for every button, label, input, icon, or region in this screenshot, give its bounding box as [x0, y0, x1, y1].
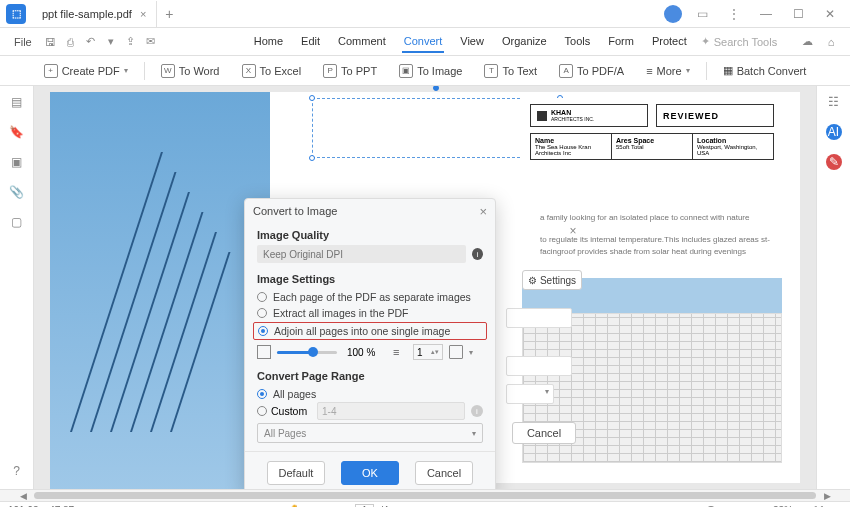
zoom-slider[interactable] [277, 351, 337, 354]
word-icon: W [161, 64, 175, 78]
app-icon: ⬚ [6, 4, 26, 24]
khan-logo: KHANARCHITECTS INC. [530, 104, 648, 127]
home-icon[interactable]: ⌂ [822, 33, 840, 51]
document-tab[interactable]: ppt file-sample.pdf × [32, 1, 157, 27]
quality-input[interactable] [257, 245, 466, 263]
pages-dropdown[interactable]: All Pages▾ [257, 423, 483, 443]
search-tools[interactable]: ✦ Search Tools [701, 35, 777, 48]
right-sidebar: ☷ AI ✎ [816, 86, 850, 489]
file-menu[interactable]: File [6, 36, 40, 48]
mail-icon[interactable]: ✉ [142, 33, 160, 51]
separator [144, 62, 145, 80]
to-image-button[interactable]: ▣To Image [393, 61, 468, 81]
peek-dropdown[interactable] [506, 384, 554, 404]
main-area: ▤ 🔖 ▣ 📎 ▢ ? [0, 86, 850, 489]
menu-comment[interactable]: Comment [336, 31, 388, 53]
resize-handle[interactable] [309, 155, 315, 161]
create-pdf-button[interactable]: +Create PDF▾ [38, 61, 134, 81]
to-pdfa-button[interactable]: ATo PDF/A [553, 61, 630, 81]
option-custom-range[interactable]: Custom 1-4 i [257, 402, 483, 420]
resize-handle[interactable] [309, 95, 315, 101]
plus-icon: + [44, 64, 58, 78]
option-all-pages[interactable]: All pages [257, 386, 483, 402]
menu-protect[interactable]: Protect [650, 31, 689, 53]
to-ppt-button[interactable]: PTo PPT [317, 61, 383, 81]
scroll-thumb[interactable] [34, 492, 816, 499]
horizontal-scrollbar[interactable]: ◀ ▶ [0, 489, 850, 501]
ai-icon[interactable]: AI [826, 124, 842, 140]
option-extract-images[interactable]: Extract all images in the PDF [257, 305, 483, 321]
attachment-icon[interactable]: 📎 [9, 184, 25, 200]
menu-edit[interactable]: Edit [299, 31, 322, 53]
info-icon[interactable]: i [472, 248, 483, 260]
default-button[interactable]: Default [267, 461, 325, 485]
inner-close-icon[interactable]: × [564, 224, 582, 238]
chevron-down-icon: ▾ [124, 66, 128, 75]
menu-organize[interactable]: Organize [500, 31, 549, 53]
info-icon[interactable]: i [471, 405, 483, 417]
zoom-percent[interactable]: 100 % [343, 344, 387, 360]
menu-form[interactable]: Form [606, 31, 636, 53]
image-quality-title: Image Quality [257, 229, 483, 241]
menu-tools[interactable]: Tools [563, 31, 593, 53]
to-word-button[interactable]: WTo Word [155, 61, 226, 81]
convert-toolbar: +Create PDF▾ WTo Word XTo Excel PTo PPT … [0, 56, 850, 86]
column-spinner[interactable]: 1▴▾ [413, 344, 443, 360]
properties-icon[interactable]: ☷ [826, 94, 842, 110]
chevron-down-icon: ▾ [686, 66, 690, 75]
menu-bar: File 🖫 ⎙ ↶ ▾ ⇪ ✉ Home Edit Comment Conve… [0, 28, 850, 56]
maximize-button[interactable]: ☐ [786, 2, 810, 26]
page-range-title: Convert Page Range [257, 370, 483, 382]
redo-icon[interactable]: ▾ [102, 33, 120, 51]
to-excel-button[interactable]: XTo Excel [236, 61, 308, 81]
scroll-right-icon[interactable]: ▶ [820, 490, 834, 502]
field-icon[interactable]: ▢ [9, 214, 25, 230]
scroll-left-icon[interactable]: ◀ [16, 490, 30, 502]
help-icon[interactable]: ? [9, 463, 25, 479]
edit-icon[interactable]: ✎ [826, 154, 842, 170]
new-tab-button[interactable]: + [157, 6, 181, 22]
menu-view[interactable]: View [458, 31, 486, 53]
radio-icon [257, 389, 267, 399]
close-tab-icon[interactable]: × [140, 8, 146, 20]
bookmark-icon[interactable]: 🔖 [9, 124, 25, 140]
ok-button[interactable]: OK [341, 461, 399, 485]
box-icon[interactable]: ▭ [690, 2, 714, 26]
menu-convert[interactable]: Convert [402, 31, 445, 53]
document-canvas[interactable]: ⌁ KHANARCHITECTS INC. REVIEWED NameThe S… [34, 86, 816, 489]
thumbnail-icon[interactable]: ▤ [9, 94, 25, 110]
radio-icon [257, 292, 267, 302]
rotate-handle[interactable] [433, 86, 439, 91]
more-button[interactable]: ≡More▾ [640, 62, 695, 80]
minimize-button[interactable]: — [754, 2, 778, 26]
chevron-down-icon: ▾ [469, 348, 473, 357]
undo-icon[interactable]: ↶ [82, 33, 100, 51]
menu-home[interactable]: Home [252, 31, 285, 53]
to-text-button[interactable]: TTo Text [478, 61, 543, 81]
batch-convert-button[interactable]: ▦Batch Convert [717, 61, 813, 80]
settings-button[interactable]: ⚙Settings [522, 270, 582, 290]
layers-icon[interactable]: ▣ [9, 154, 25, 170]
dialog-close-icon[interactable]: × [479, 204, 487, 219]
inner-cancel-button[interactable]: Cancel [512, 422, 576, 444]
page-icon[interactable] [449, 345, 463, 359]
custom-range-input[interactable]: 1-4 [317, 402, 465, 420]
peek-field[interactable] [506, 308, 572, 328]
print-icon[interactable]: ⎙ [62, 33, 80, 51]
share-icon[interactable]: ⇪ [122, 33, 140, 51]
user-avatar-icon[interactable] [664, 5, 682, 23]
peek-field[interactable] [506, 356, 572, 376]
align-icon[interactable]: ≡ [393, 346, 407, 358]
doc-info-panel: KHANARCHITECTS INC. REVIEWED NameThe Sea… [522, 98, 782, 166]
option-adjoin-single-image[interactable]: Adjoin all pages into one single image [253, 322, 487, 340]
image-icon: ▣ [399, 64, 413, 78]
save-icon[interactable]: 🖫 [42, 33, 60, 51]
cloud-icon[interactable]: ☁ [798, 33, 816, 51]
kebab-icon[interactable]: ⋮ [722, 2, 746, 26]
crop-icon[interactable] [257, 345, 271, 359]
option-separate-images[interactable]: Each page of the PDF as separate images [257, 289, 483, 305]
cancel-button[interactable]: Cancel [415, 461, 473, 485]
chevron-down-icon: ▾ [472, 429, 476, 438]
close-window-button[interactable]: ✕ [818, 2, 842, 26]
more-icon: ≡ [646, 65, 652, 77]
